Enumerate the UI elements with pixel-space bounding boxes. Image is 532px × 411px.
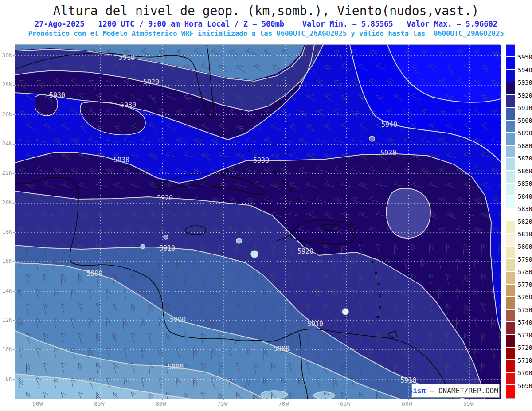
contour-label: 5900 [86,270,102,278]
colorbar-segment [506,247,515,259]
colorbar-value: 5940 [518,67,532,74]
colorbar-value: 5810 [518,231,532,238]
lon-tick [346,399,347,400]
model-init-line: Pronóstico con el Modelo Atmósferico WRF… [0,30,532,38]
lat-tick [13,85,15,86]
colorbar-segment [506,146,515,158]
lon-label: 70W [278,400,289,407]
lon-label: 60W [402,400,412,407]
lat-label: 26N [0,111,12,117]
lon-label: 85W [94,400,104,407]
lat-label: 24N [0,140,12,147]
colorbar-value: 5710 [518,357,532,364]
colorbar-value: 5840 [518,193,532,200]
colorbar-value: 5880 [518,142,532,149]
colorbar-value: 5780 [518,268,532,275]
colorbar-value: 5910 [518,104,532,111]
colorbar-value: 5800 [518,243,532,250]
contour-label: 5940 [381,121,397,129]
contour-label: 5920 [157,194,173,202]
branding-box: Sisπ – ONAMET/REP.DOM. [411,384,500,398]
lon-tick [285,399,286,400]
colorbar-segment [506,335,515,347]
lat-label: 18N [0,228,12,235]
lat-tick [13,114,15,115]
colorbar-value: 5720 [518,344,532,351]
lon-tick [162,399,163,400]
colorbar-segment [506,209,515,221]
contour-label: 5910 [307,320,323,328]
lon-tick [408,399,409,400]
colorbar-value: 5850 [518,180,532,187]
lat-label: 16N [0,258,12,264]
colorbar-segment [506,221,515,234]
lon-label: 55W [463,400,473,407]
contour-label: 5920 [297,247,313,255]
colorbar-segment [506,310,515,322]
geopotential-map: 5910592059305930594059305930593059205910… [15,45,501,399]
colorbar-segment [506,70,515,82]
lat-tick [13,349,15,350]
colorbar-value: 5890 [518,129,532,137]
colorbar-value: 5950 [518,54,532,61]
contour-label: 5910 [159,244,175,252]
colorbar-value: 5700 [518,369,532,376]
contour-label: 5930 [120,101,136,109]
colorbar-value: 5820 [518,218,532,225]
colorbar-segment [506,108,515,120]
lat-label: 14N [0,287,12,294]
lat-label: 12N [0,317,12,323]
lat-tick [13,144,15,145]
lat-tick [13,203,15,204]
colorbar-segment [506,82,515,95]
lat-label: 28N [0,81,12,88]
lon-label: 75W [217,400,227,407]
weather-map-page: Altura del nivel de geop. (km,somb.), Vi… [0,0,532,411]
colorbar-segment [506,45,515,57]
colorbar-segment [506,348,515,360]
contour-label: 5930 [49,91,65,99]
contour-label: 5920 [143,78,159,86]
lon-label: 90W [32,400,43,407]
colorbar-segment [506,322,515,335]
lon-tick [39,399,39,400]
colorbar-value: 5790 [518,256,532,263]
contour-label: 5930 [253,157,269,164]
lon-label: 80W [156,400,166,407]
contour-label: 5930 [380,149,396,157]
colorbar-segment [506,234,515,247]
contour-label: 5910 [400,376,416,384]
colorbar-value: 5740 [518,319,532,326]
colorbar-value: 5920 [518,92,532,99]
lat-tick [13,173,15,174]
colorbar-segment [506,133,515,145]
page-title: Altura del nivel de geop. (km,somb.), Vi… [0,4,532,18]
contour-label: 5890 [168,363,184,371]
colorbar-segment [506,360,515,372]
colorbar-value: 5730 [518,332,532,339]
colorbar-segment [506,95,515,108]
colorbar-value: 5690 [518,382,532,389]
lat-label: 10N [0,346,12,352]
lat-tick [13,261,15,262]
colorbar-segment [506,57,515,70]
colorbar-segment [506,373,515,385]
lat-label: 20N [0,199,12,206]
colorbar-value: 5930 [518,79,532,86]
lat-tick [13,379,15,380]
lat-tick [13,55,15,56]
map-plot-area: 5910592059305930594059305930593059205910… [15,44,500,399]
contour-label: 5930 [113,156,129,164]
colorbar-segment [506,385,515,398]
colorbar-segment [506,171,515,184]
lat-tick [13,291,15,292]
colorbar-segment [506,158,515,171]
colorbar-value: 5760 [518,294,532,301]
colorbar-segment [506,121,515,133]
colorbar-value: 5870 [518,155,532,162]
lon-tick [223,399,224,400]
colorbar-segment [506,259,515,272]
colorbar-segment [506,297,515,309]
lat-tick [13,232,15,233]
contour-label: 5900 [170,316,186,324]
